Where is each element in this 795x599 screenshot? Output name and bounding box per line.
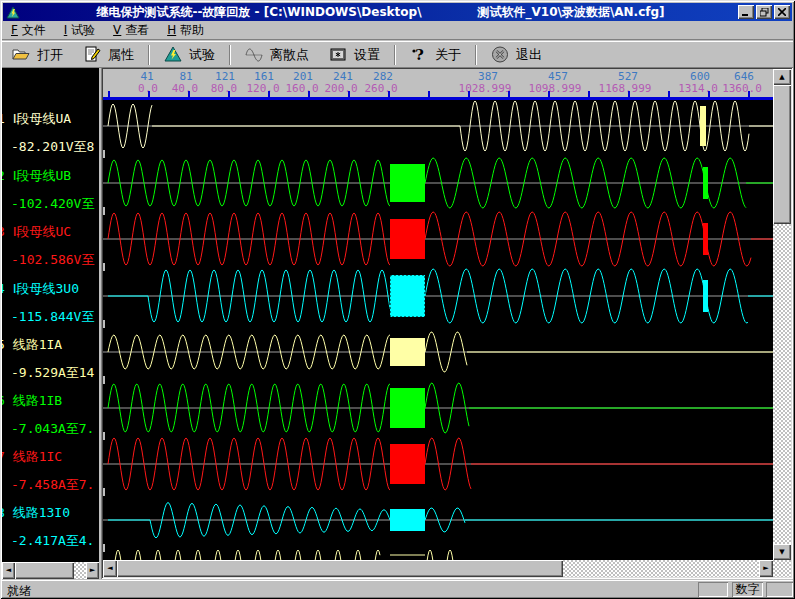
test-lightning-icon [164,46,182,63]
ruler-tick [748,91,750,97]
status-indicator-empty [698,582,728,597]
waveform-panel: 41811211612012412823874575276006460.040.… [101,67,793,579]
ruler-tick [108,91,110,97]
ruler-tick [148,91,150,97]
marker-square-ch3 [390,219,425,259]
channel-range-8: -2.417A至4. [11,532,94,550]
toolbar-button-label: 关于 [435,46,461,64]
toolbar-button-exit[interactable]: 退出 [483,44,552,66]
menu-item-test[interactable]: I 试验 [55,21,104,40]
channel-name-7[interactable]: 7 线路1IC [2,448,62,466]
ruler-time-label: 1314.0 [678,82,718,95]
ruler-tick [228,91,230,97]
channel-name-3[interactable]: 3 Ⅰ段母线UC [2,223,71,241]
toolbar-button-about[interactable]: ?关于 [402,44,471,66]
toolbar-button-properties[interactable]: 属性 [75,44,144,66]
channel-boundary-tick [103,488,105,496]
cursor-bar-ch2 [703,167,708,199]
minimize-button[interactable] [738,5,754,19]
about-icon: ? [410,46,428,63]
toolbar-button-label: 退出 [516,46,542,64]
waveform-plot[interactable] [103,100,773,560]
waveform-hscrollbar: ◄ ► [103,560,773,577]
channel-boundary-tick [103,150,105,158]
settings-icon [329,46,347,63]
scroll-thumb[interactable] [15,562,74,579]
toolbar-separator [475,45,477,65]
window-title: 继电保护测试系统--故障回放 - [C:\WINDOWS\Desktop\测试软… [23,4,738,21]
ruler-tick [428,91,430,97]
toolbar-button-label: 打开 [37,46,63,64]
marker-square-ch7 [390,444,425,484]
cursor-bar-ch1 [700,106,706,146]
toolbar-button-test[interactable]: 试验 [156,44,225,66]
toolbar-separator [394,45,396,65]
channel-name-5[interactable]: 5 线路1IA [2,336,62,354]
open-folder-icon [12,46,30,63]
title-bar: 继电保护测试系统--故障回放 - [C:\WINDOWS\Desktop\测试软… [3,3,792,21]
channel-boundary-tick [103,320,105,328]
toolbar-separator [148,45,150,65]
menu-item-view[interactable]: V 查看 [104,21,158,40]
channel-range-6: -7.043A至7. [11,420,94,438]
scroll-track[interactable] [74,562,86,579]
channel-boundary-tick [103,376,105,384]
status-bar: 就绪 数字 [2,580,793,597]
channel-range-1: -82.201V至8 [11,138,94,156]
status-indicator-empty [766,582,793,597]
scrollbar-corner [773,560,791,577]
toolbar-button-label: 设置 [354,46,380,64]
toolbar-button-label: 试验 [189,46,215,64]
channel-list[interactable]: 1 Ⅰ段母线UA-82.201V至82 Ⅰ段母线UB-102.420V至3 Ⅰ段… [2,68,99,562]
ruler-tick [308,91,310,97]
app-window: 继电保护测试系统--故障回放 - [C:\WINDOWS\Desktop\测试软… [0,0,795,599]
scroll-left-arrow-icon[interactable]: ◄ [103,560,117,577]
ruler-tick [668,91,670,97]
channel-name-8[interactable]: 8 线路13I0 [2,504,70,522]
ruler-time-label: 1168.999 [599,82,652,95]
channel-range-4: -115.844V至 [11,308,94,326]
channel-boundary-tick [103,544,105,552]
app-lightning-icon [6,5,20,19]
ruler-tick [508,91,510,97]
scroll-thumb[interactable] [117,560,563,577]
marker-square-ch2 [390,164,425,202]
marker-square-ch6 [390,388,425,428]
scroll-track[interactable] [773,224,791,544]
ruler-time-label: 80.0 [211,82,238,95]
channel-list-hscrollbar: ◄ ► [2,562,99,579]
cursor-bar-ch3 [703,223,708,255]
ruler-time-label: 1360.0 [722,82,762,95]
ruler-tick [188,91,190,97]
channel-name-4[interactable]: 4 Ⅰ段母线3U0 [2,280,79,298]
channel-name-2[interactable]: 2 Ⅰ段母线UB [2,167,71,185]
toolbar-separator [229,45,231,65]
toolbar-button-discrete-points[interactable]: 离散点 [237,44,319,66]
scroll-left-arrow-icon[interactable]: ◄ [2,562,15,579]
scroll-track[interactable] [563,560,759,577]
status-indicator-数字: 数字 [732,582,763,597]
channel-name-1[interactable]: 1 Ⅰ段母线UA [2,110,71,128]
menu-item-help[interactable]: H 帮助 [158,21,213,40]
toolbar-button-open[interactable]: 打开 [4,44,73,66]
toolbar-button-settings[interactable]: 设置 [321,44,390,66]
status-text: 就绪 [7,583,31,599]
menu-item-file[interactable]: F 文件 [2,21,55,40]
channel-name-6[interactable]: 6 线路1IB [2,392,62,410]
menu-bar: F 文件I 试验V 查看H 帮助 [2,21,793,40]
channel-boundary-tick [103,432,105,440]
scroll-down-arrow-icon[interactable]: ▼ [773,544,791,560]
toolbar-button-label: 属性 [108,46,134,64]
marker-square-ch8 [390,509,425,531]
scroll-right-arrow-icon[interactable]: ► [86,562,99,579]
toolbar: 打开属性试验离散点设置?关于退出 [2,41,793,68]
svg-text:?: ? [415,46,424,63]
marker-square-ch5 [390,338,425,366]
toolbar-button-label: 离散点 [270,46,309,64]
close-button[interactable] [774,5,790,19]
restore-button[interactable] [756,5,772,19]
scroll-up-arrow-icon[interactable]: ▲ [773,69,791,85]
scroll-right-arrow-icon[interactable]: ► [759,560,773,577]
scroll-thumb[interactable] [773,85,791,224]
channel-range-3: -102.586V至 [11,251,94,269]
